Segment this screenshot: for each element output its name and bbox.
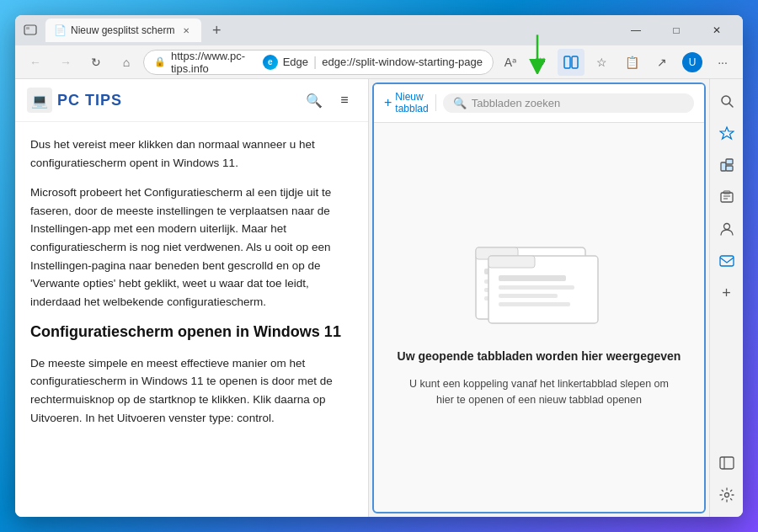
maximize-button[interactable]: □ xyxy=(657,17,696,44)
svg-line-19 xyxy=(729,104,733,107)
svg-rect-16 xyxy=(499,302,570,306)
edge-label: Edge xyxy=(283,56,308,68)
minimize-button[interactable]: — xyxy=(617,17,655,44)
tab-close-button[interactable]: ✕ xyxy=(179,24,193,37)
window-controls: — □ ✕ xyxy=(617,17,736,44)
svg-rect-4 xyxy=(564,56,570,68)
svg-rect-3 xyxy=(26,27,29,29)
edge-logo: e xyxy=(263,55,278,70)
site-logo: 💻 PC TIPS xyxy=(27,88,122,113)
close-button[interactable]: ✕ xyxy=(697,17,736,44)
sidebar-copilot-button[interactable] xyxy=(712,118,742,148)
svg-rect-24 xyxy=(721,193,733,202)
profile-share-button[interactable]: ↗ xyxy=(649,49,675,76)
forward-button[interactable]: → xyxy=(52,49,79,76)
split-body: Uw geopende tabbladen worden hier weerge… xyxy=(374,123,704,512)
back-button[interactable]: ← xyxy=(22,49,49,76)
svg-point-32 xyxy=(724,493,729,497)
browser-essentials-button[interactable]: 🛡 xyxy=(527,49,554,76)
sidebar-outlook-button[interactable] xyxy=(712,246,742,276)
split-window-button[interactable] xyxy=(558,49,585,76)
svg-rect-5 xyxy=(572,56,578,68)
new-tab-button[interactable]: + xyxy=(205,19,228,42)
svg-rect-23 xyxy=(726,166,733,171)
split-panel-title: Uw geopende tabbladen worden hier weerge… xyxy=(398,349,681,363)
svg-rect-21 xyxy=(721,162,726,171)
tab-illustration xyxy=(455,226,623,336)
more-button[interactable]: ··· xyxy=(709,49,736,76)
navbar: ← → ↻ ⌂ 🔒 https://www.pc-tips.info e Edg… xyxy=(15,45,743,79)
plus-icon: + xyxy=(384,95,392,110)
svg-rect-15 xyxy=(499,294,558,298)
sidebar-search-button[interactable] xyxy=(712,86,742,116)
svg-rect-14 xyxy=(499,285,574,290)
left-pane: 💻 PC TIPS 🔍 ≡ Dus het vereist meer klikk… xyxy=(15,79,369,517)
lock-icon: 🔒 xyxy=(154,56,166,67)
toolbar-divider xyxy=(435,94,436,111)
refresh-button[interactable]: ↻ xyxy=(83,49,109,76)
article-content[interactable]: Dus het vereist meer klikken dan normaal… xyxy=(15,122,368,517)
svg-rect-13 xyxy=(499,275,566,281)
svg-rect-29 xyxy=(720,256,734,266)
tab-favicon: 📄 xyxy=(54,24,66,36)
home-button[interactable]: ⌂ xyxy=(113,49,140,76)
tab-search-placeholder: Tabbladen zoeken xyxy=(472,97,561,109)
svg-rect-2 xyxy=(24,25,36,35)
article-paragraph-3: De meeste simpele en meest effectieve ma… xyxy=(30,354,353,427)
sidebar-extensions-button[interactable] xyxy=(712,150,742,180)
favorites-button[interactable]: ☆ xyxy=(588,49,615,76)
active-tab[interactable]: 📄 Nieuw gesplitst scherm ✕ xyxy=(45,19,201,42)
new-tab-split-label: Nieuwtabblad xyxy=(395,91,428,115)
right-sidebar: + xyxy=(709,79,743,517)
site-name: PC TIPS xyxy=(57,92,122,109)
sidebar-settings-button[interactable] xyxy=(712,480,742,510)
article-paragraph-1: Dus het vereist meer klikken dan normaal… xyxy=(30,136,353,172)
menu-button[interactable]: ≡ xyxy=(333,88,356,112)
svg-rect-30 xyxy=(720,457,734,469)
browser-icon xyxy=(22,22,39,39)
main-content: 💻 PC TIPS 🔍 ≡ Dus het vereist meer klikk… xyxy=(15,79,743,517)
url-divider: | xyxy=(313,55,317,70)
sidebar-collections-button[interactable] xyxy=(712,182,742,212)
read-mode-button[interactable]: Aᵃ xyxy=(497,49,524,76)
svg-point-28 xyxy=(723,224,729,230)
split-window-pane: + Nieuwtabblad 🔍 Tabbladen zoeken xyxy=(372,82,706,513)
titlebar: 📄 Nieuw gesplitst scherm ✕ + — □ ✕ xyxy=(15,15,743,45)
address-bar[interactable]: 🔒 https://www.pc-tips.info e Edge | edge… xyxy=(143,50,494,75)
sidebar-expand-button[interactable] xyxy=(712,448,742,478)
tab-label: Nieuw gesplitst scherm xyxy=(71,24,174,36)
search-button[interactable]: 🔍 xyxy=(302,88,326,112)
svg-marker-20 xyxy=(720,127,734,139)
logo-icon: 💻 xyxy=(27,88,52,113)
sidebar-more-button[interactable]: + xyxy=(712,278,742,308)
svg-rect-17 xyxy=(488,256,535,268)
profile-button[interactable]: U xyxy=(679,49,706,76)
split-toolbar: + Nieuwtabblad 🔍 Tabbladen zoeken xyxy=(374,84,704,123)
site-header: 💻 PC TIPS 🔍 ≡ xyxy=(15,79,368,122)
article-heading: Configuratiescherm openen in Windows 11 xyxy=(30,322,353,342)
article-paragraph-2: Microsoft probeert het Configuratiescher… xyxy=(30,184,353,311)
page-url: edge://split-window-starting-page xyxy=(322,56,483,68)
svg-rect-22 xyxy=(726,159,733,164)
collections-button[interactable]: 📋 xyxy=(618,49,645,76)
split-panel-description: U kunt een koppeling vanaf het linkertab… xyxy=(404,376,674,408)
browser-window: 📄 Nieuw gesplitst scherm ✕ + — □ ✕ ← → ↻… xyxy=(15,15,743,517)
sidebar-profile-button[interactable] xyxy=(712,214,742,244)
site-url: https://www.pc-tips.info xyxy=(171,50,258,75)
new-tab-split-button[interactable]: + Nieuwtabblad xyxy=(384,91,429,115)
tab-search[interactable]: 🔍 Tabbladen zoeken xyxy=(443,93,694,113)
search-icon: 🔍 xyxy=(453,97,467,109)
